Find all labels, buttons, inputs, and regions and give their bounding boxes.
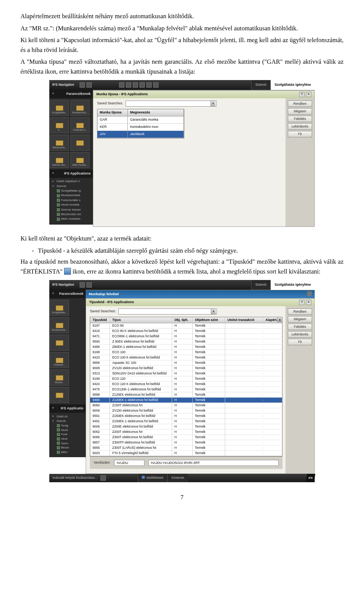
rendben-button[interactable]: Rendben [288,101,312,107]
table-row[interactable]: 9491Z150EK-1 elektromos fvt belföldHTerm… [90,419,282,424]
feltoltes-button[interactable]: Feltöltés [288,324,312,330]
tree-item[interactable]: ▾Szerviz [51,184,91,189]
col-utolso-tranzakcio[interactable]: Utolsó tranzakció [225,317,263,323]
search-icon[interactable] [100,475,106,481]
reload-icon[interactable] [133,82,138,88]
col-objektum-szint[interactable]: Objektum szint [193,317,225,323]
resize-icon[interactable] [86,282,92,288]
fwd-icon[interactable] [126,82,131,88]
tree-item[interactable]: Beszerzési ren [51,212,91,217]
close-icon[interactable]: × [306,300,311,305]
col-obj-tiph[interactable]: Obj. tiph. [172,317,193,323]
breadcrumb-igenyles[interactable]: Szolgáltatás igénylése [270,80,315,90]
tree-item[interactable]: Munkarendele [51,193,91,198]
tree-item[interactable]: Vevő [51,437,84,441]
table-row[interactable]: 9423ECO 100 K elektromos fvt belföldHTer… [90,355,282,360]
table-row[interactable]: 9009ZV150 elektromos fvt belföldHTermék [90,408,282,414]
tree-item[interactable]: Funkcionális o [51,198,91,203]
tree-item[interactable]: Munk [51,428,84,433]
shortcut-tile[interactable]: Szolgáltatás... [50,300,69,316]
indexalt-label[interactable]: Indexált helyek kiválasztása... [52,475,97,481]
shortcut-tile[interactable]: ... [50,335,69,351]
table-row[interactable]: JAVJavítások [97,131,184,138]
shortcut-tile[interactable]: Történeti m... [71,117,89,133]
home-icon[interactable] [146,82,152,88]
col-megnevezes[interactable]: Megnevezés [128,109,184,116]
sidebar-section-parancsikonok[interactable]: ▼Parancsikonok [49,290,86,298]
col-munka-tipusa[interactable]: Munka típusa [97,109,128,116]
table-row[interactable]: 9424ECO 120 K elektromos fvt belföldHTer… [90,382,282,387]
shortcut-tile[interactable]: beszer... [50,370,69,385]
pin-icon[interactable] [80,282,85,288]
table-row[interactable]: 9198ECO 100HTermék [90,350,282,355]
breadcrumb-igenyles[interactable]: Szolgáltatás igénylése [270,280,315,290]
shortcut-tile[interactable]: Beszerzési... [50,135,69,151]
megsem-button[interactable]: Mégsem [288,316,312,322]
tree-item[interactable]: Funk [51,432,84,437]
sidebar-section-parancsikonok[interactable]: ▼ Parancsikonok [49,90,93,98]
shortcut-tile[interactable]: Munkarende... [50,317,69,333]
table-row[interactable]: 9591Z150EK elektromos fvt belföldHTermék [90,414,282,419]
lekerdezes-button[interactable]: Lekérdezés [288,331,312,338]
table-row[interactable]: 9008ZV120 elektromos fvt belföldHTermék [90,366,282,371]
lekerdezes-button[interactable]: Lekérdezés [288,123,312,130]
close-icon[interactable] [140,82,145,88]
tree-item[interactable]: Aktív [51,450,84,455]
help-icon[interactable]: ? [299,300,304,305]
table-row[interactable]: 9656Z300T (LARUS) elektromos fvtHTermék [90,445,282,451]
shortcut-tile[interactable]: ... [50,387,69,403]
tree-item[interactable]: Aktív munkare [51,217,91,221]
tree-item[interactable]: ▸Üzleti objektum n [51,179,91,184]
pin-icon[interactable] [80,82,85,88]
table-row[interactable]: 9858Aquastic SC 100HTermék [90,360,282,366]
shortcut-tile[interactable]: Történeti ... [50,352,69,368]
shortcut-tile[interactable]: Munkarende... [71,100,89,116]
feltoltes-button[interactable]: Feltöltés [288,116,312,122]
fit-button[interactable]: Fit [288,131,312,137]
tab-mellekletek[interactable]: Mellékletek [138,474,167,482]
help-icon[interactable]: ? [299,92,304,97]
table-row[interactable]: 9066Z300T elektromos fvt belföldHTermék [90,435,282,440]
shortcut-tile[interactable]: ... [71,135,89,151]
sidebar-section-ifs-apps[interactable]: ▼IFS Applicatio [49,404,86,413]
tree-item[interactable]: ▸Üzleti ob [51,414,84,418]
grid-icon[interactable] [153,82,158,88]
shortcut-tile[interactable]: F... [50,117,69,133]
table-row[interactable]: 9471ECO80K-1 elektromos fvt belföldHTerm… [90,334,282,339]
tree-item[interactable]: ▾Szerviz [51,419,84,423]
back-icon[interactable] [119,82,124,88]
tree-item[interactable]: Szerviz beszer [51,208,91,212]
table-row[interactable]: GARGaranciális munka [97,116,184,124]
tool-icon[interactable] [311,291,312,296]
breadcrumb-szerviz[interactable]: Szerviz [251,80,270,90]
table-row[interactable]: 9062Z200T elektromos fvtHTermék [90,429,282,435]
tree-item[interactable]: Szolgáltatás ig [51,189,91,193]
shortcut-tile[interactable]: Szolgáltatás... [50,100,69,116]
tree-item[interactable]: Szolg [51,423,84,428]
table-row[interactable]: 9590Z 80EK elektromos fvt belföldHTermék [90,339,282,344]
shortcut-tile[interactable]: Szerviz bes... [50,152,69,168]
scroll-up-icon[interactable]: ▲ [277,317,282,322]
tree-item[interactable]: Besze [51,445,84,450]
table-row[interactable]: 9475ECO120K-1 elektromos fvt belföldHTer… [90,387,282,392]
shortcut-tile[interactable]: Aktív munka... [71,152,89,168]
tree-item[interactable]: Vevői rendelé [51,203,91,207]
tab-kimenet[interactable]: Kimenet [167,474,188,482]
table-row[interactable]: 9197ECO 80HTermék [90,323,282,329]
resize-icon[interactable] [86,82,92,88]
table-row[interactable]: 9490Z120EK-1 elektromos fvt belföldHTerm… [90,398,282,403]
tree-item[interactable]: Szerv [51,441,84,446]
table-row[interactable]: KERKereskedelmi mun [97,124,184,131]
table-row[interactable]: 9313SDN120V D410 elektromos fvt belföldH… [90,371,282,376]
table-row[interactable]: 9588Z120EK elektromos fvt belföldHTermék [90,392,282,398]
saved-searches-combo[interactable] [126,101,217,107]
fit-button[interactable]: Fit [288,339,312,345]
table-row[interactable]: 9419ECO 80 K elektromos fvt belföldHTerm… [90,329,282,334]
table-row[interactable]: 9060Z150T elektromos fvtHTermék [90,403,282,408]
saved-searches-combo[interactable] [118,308,217,315]
breadcrumb-szerviz[interactable]: Szerviz [251,280,270,290]
close-icon[interactable]: × [306,92,311,97]
table-row[interactable]: 9857Z300TP elektromos fvt belföldHTermék [90,440,282,445]
sidebar-section-ifs-apps[interactable]: ▼ IFS Applications [49,170,93,178]
rendben-button[interactable]: Rendben [288,308,312,315]
